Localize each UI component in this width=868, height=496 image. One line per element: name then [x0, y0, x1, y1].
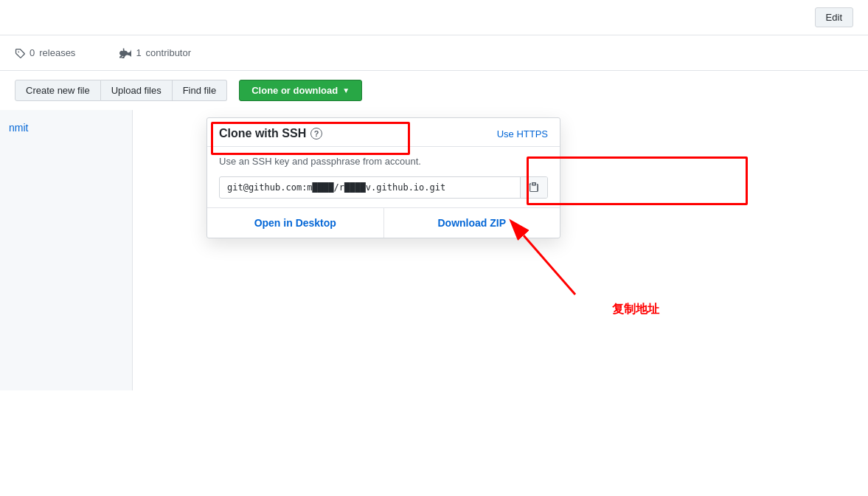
clone-download-label: Clone or download	[251, 85, 338, 96]
sidebar: nmit	[0, 110, 133, 390]
stats-row: 0 releases 1 contributor	[0, 35, 868, 71]
releases-label: releases	[39, 47, 75, 58]
copy-address-label: 复制地址	[612, 302, 659, 317]
main-area: nmit Clone with SSH ? Use HTTPS Use an S…	[0, 110, 868, 390]
create-new-file-button[interactable]: Create new file	[15, 80, 101, 101]
use-https-link[interactable]: Use HTTPS	[497, 128, 548, 140]
clone-ssh-title: Clone with SSH ?	[219, 127, 322, 140]
contributors-label: contributor	[146, 47, 191, 58]
svg-line-1	[524, 235, 575, 294]
git-url-input[interactable]	[220, 178, 520, 197]
commit-text: nmit	[9, 122, 28, 134]
dropdown-footer: Open in Desktop Download ZIP	[207, 207, 560, 238]
releases-stat[interactable]: 0 releases	[15, 47, 75, 58]
git-url-row	[219, 176, 548, 199]
people-icon	[119, 48, 131, 58]
clone-or-download-button[interactable]: Clone or download ▼	[239, 80, 362, 101]
clone-ssh-label: Clone with SSH	[219, 127, 306, 140]
contributors-count: 1	[136, 47, 141, 58]
action-row: Create new file Upload files Find file C…	[0, 71, 868, 110]
download-zip-link[interactable]: Download ZIP	[384, 208, 560, 238]
upload-files-button[interactable]: Upload files	[101, 80, 173, 101]
tag-icon	[15, 48, 25, 58]
clipboard-icon	[528, 182, 540, 193]
open-in-desktop-link[interactable]: Open in Desktop	[207, 208, 384, 238]
copy-url-button[interactable]	[520, 177, 547, 198]
top-bar: Edit	[0, 0, 868, 35]
releases-count: 0	[29, 47, 35, 58]
clone-dropdown-panel: Clone with SSH ? Use HTTPS Use an SSH ke…	[206, 117, 560, 238]
dropdown-header: Clone with SSH ? Use HTTPS	[207, 118, 560, 147]
find-file-button[interactable]: Find file	[173, 80, 228, 101]
contributors-stat[interactable]: 1 contributor	[119, 47, 191, 58]
dropdown-description: Use an SSH key and passphrase from accou…	[207, 147, 560, 176]
edit-button[interactable]: Edit	[815, 7, 853, 27]
help-icon[interactable]: ?	[310, 128, 322, 140]
caret-icon: ▼	[342, 86, 350, 94]
